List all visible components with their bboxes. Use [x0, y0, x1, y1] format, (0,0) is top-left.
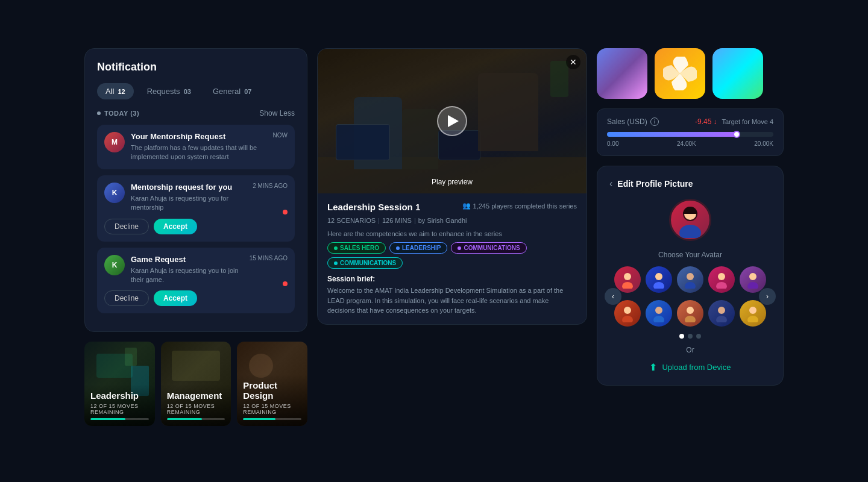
- players-count: 👥 1,245 players completed this series: [462, 202, 577, 210]
- section-header: TODAY (3) Show Less: [97, 109, 295, 117]
- down-arrow-icon: ↓: [713, 117, 717, 126]
- tag-dot-2: [396, 246, 400, 250]
- sales-change: -9.45 ↓: [695, 117, 717, 126]
- tag-dot-1: [334, 246, 338, 250]
- svg-point-21: [749, 307, 756, 314]
- notification-panel: Notification All 12 Requests 03 General …: [84, 48, 307, 332]
- avatar-3: K: [104, 255, 125, 275]
- avatar-carousel: ‹: [609, 266, 771, 327]
- notif-content-1: Your Mentorship Request The platform has…: [131, 132, 267, 162]
- upload-icon: ⬆: [649, 362, 657, 373]
- avatar-option-9[interactable]: [708, 300, 735, 327]
- progress-fill-management: [167, 418, 202, 420]
- progress-fill-leadership: [90, 418, 125, 420]
- avatar-option-10[interactable]: [740, 300, 766, 327]
- svg-point-16: [653, 316, 664, 322]
- course-meta-product-design: 12 OF 15 MOVES REMAINING: [243, 403, 301, 415]
- video-thumbnail: Play preview ✕: [318, 49, 587, 193]
- notif-header-2: K Mentorship request for you Karan Ahuja…: [104, 183, 288, 213]
- video-info-top: Leadership Session 1 👥 1,245 players com…: [327, 202, 577, 212]
- decline-button-3[interactable]: Decline: [104, 290, 149, 306]
- svg-point-5: [655, 273, 662, 280]
- dot-1: [679, 334, 684, 339]
- or-divider: Or: [609, 346, 771, 354]
- thumbnail-2[interactable]: [655, 48, 705, 99]
- sales-marker: [733, 131, 740, 138]
- tag-dot-4: [334, 261, 338, 265]
- course-cards: Leadership 12 OF 15 MOVES REMAINING Mana…: [84, 342, 307, 426]
- thumbnail-3[interactable]: [712, 48, 763, 99]
- upload-from-device-button[interactable]: ⬆ Upload from Device: [609, 362, 771, 373]
- course-overlay-leadership: Leadership 12 OF 15 MOVES REMAINING: [84, 384, 155, 426]
- notification-item-2: K Mentorship request for you Karan Ahuja…: [97, 175, 295, 242]
- course-card-product-design[interactable]: Product Design 12 OF 15 MOVES REMAINING: [237, 342, 307, 426]
- tab-all[interactable]: All 12: [97, 83, 134, 99]
- tag-communications-1: COMMUNICATIONS: [451, 242, 526, 254]
- svg-point-10: [716, 282, 727, 289]
- notif-body-2: Karan Ahuja is requesting you for mentor…: [131, 194, 247, 213]
- notif-body-3: Karan Ahuja is requesting you to join th…: [131, 266, 244, 285]
- tag-sales-hero: SALES HERO: [327, 242, 386, 254]
- course-overlay-product-design: Product Design 12 OF 15 MOVES REMAINING: [237, 374, 307, 426]
- tag-communications-2: COMMUNICATIONS: [327, 257, 403, 269]
- accept-button-2[interactable]: Accept: [154, 219, 197, 234]
- session-title: Leadership Session 1: [327, 202, 420, 212]
- svg-point-12: [747, 282, 758, 289]
- svg-point-11: [749, 273, 756, 280]
- sep-1: |: [378, 217, 380, 224]
- svg-point-18: [685, 316, 696, 322]
- brief-label: Session brief:: [327, 275, 577, 283]
- carousel-next-button[interactable]: ›: [759, 288, 776, 305]
- course-card-management[interactable]: Management 12 OF 15 MOVES REMAINING: [161, 342, 231, 426]
- notif-content-3: Game Request Karan Ahuja is requesting y…: [131, 255, 244, 285]
- avatar-option-6[interactable]: [614, 300, 641, 327]
- tab-requests-count: 03: [184, 88, 191, 95]
- unread-dot-3: [283, 281, 288, 286]
- play-icon: [448, 115, 459, 127]
- course-meta-management: 12 OF 15 MOVES REMAINING: [167, 403, 225, 415]
- course-meta-leadership: 12 OF 15 MOVES REMAINING: [90, 403, 149, 415]
- tab-requests[interactable]: Requests 03: [139, 83, 200, 99]
- avatar-1: M: [104, 132, 125, 152]
- players-icon: 👥: [462, 202, 471, 210]
- tab-requests-label: Requests: [147, 87, 180, 96]
- tags-row: SALES HERO LEADERSHIP COMMUNICATIONS COM…: [327, 242, 577, 269]
- course-card-leadership[interactable]: Leadership 12 OF 15 MOVES REMAINING: [84, 342, 155, 426]
- avatar-option-1[interactable]: [614, 266, 641, 293]
- course-progress-leadership: [90, 418, 149, 420]
- notification-item-1: M Your Mentorship Request The platform h…: [97, 125, 295, 169]
- svg-point-1: [679, 225, 701, 238]
- video-info: Leadership Session 1 👥 1,245 players com…: [318, 193, 587, 324]
- svg-point-4: [622, 282, 633, 289]
- avatar-row-2: [612, 300, 769, 327]
- profile-edit-header: ‹ Edit Profile Picture: [609, 178, 771, 189]
- notif-header-1: M Your Mentorship Request The platform h…: [104, 132, 288, 162]
- back-button[interactable]: ‹: [609, 178, 612, 189]
- sales-target: Target for Move 4: [722, 118, 773, 125]
- decline-button-2[interactable]: Decline: [104, 219, 149, 234]
- carousel-prev-button[interactable]: ‹: [605, 288, 621, 305]
- avatar-option-7[interactable]: [646, 300, 672, 327]
- dot-2: [688, 334, 693, 339]
- tab-all-label: All: [105, 87, 114, 96]
- author-label: by Sirish Gandhi: [418, 217, 467, 224]
- avatar-option-2[interactable]: [646, 266, 672, 293]
- tag-leadership: LEADERSHIP: [389, 242, 447, 254]
- accept-button-3[interactable]: Accept: [154, 290, 197, 306]
- sales-info-icon[interactable]: i: [650, 117, 659, 126]
- sales-card: Sales (USD) i -9.45 ↓ Target for Move 4 …: [597, 108, 784, 156]
- play-button[interactable]: [437, 106, 467, 136]
- svg-point-8: [685, 282, 696, 289]
- pinwheel-icon: [663, 57, 697, 90]
- sales-label-mid: 24.00K: [677, 140, 696, 147]
- thumbnail-1[interactable]: [597, 48, 647, 99]
- avatar-option-8[interactable]: [677, 300, 703, 327]
- avatar-option-3[interactable]: [677, 266, 703, 293]
- avatar-option-4[interactable]: [708, 266, 735, 293]
- sales-label-start: 0.00: [607, 140, 618, 147]
- course-title-leadership: Leadership: [90, 390, 149, 401]
- tab-general[interactable]: General 07: [204, 83, 260, 99]
- svg-point-7: [687, 273, 694, 280]
- show-less-button[interactable]: Show Less: [259, 109, 295, 117]
- close-button[interactable]: ✕: [566, 55, 580, 69]
